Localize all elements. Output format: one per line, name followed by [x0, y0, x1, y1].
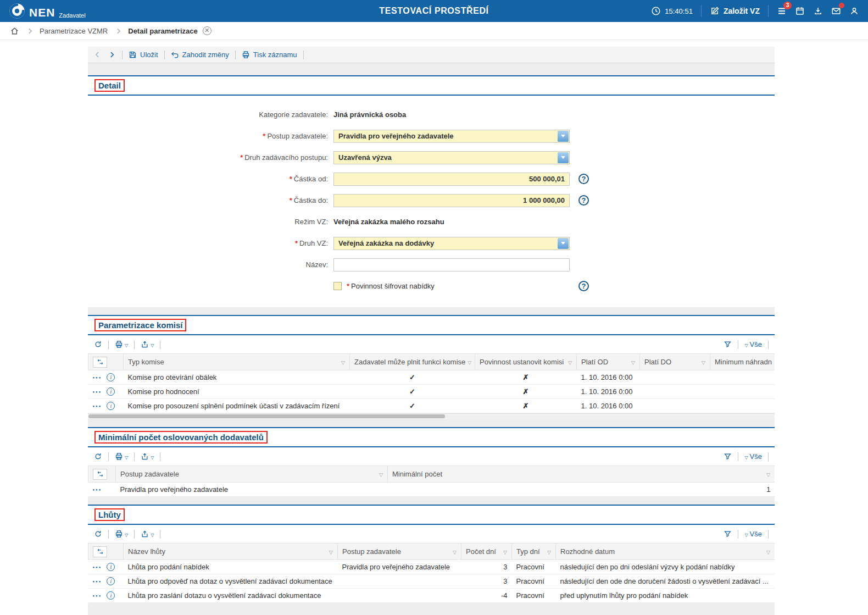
- dropdown-arrow-icon[interactable]: [558, 238, 569, 249]
- print-record-button[interactable]: Tisk záznamu: [242, 51, 297, 59]
- dropdown-arrow-icon: [125, 340, 128, 348]
- prev-record-button[interactable]: [93, 51, 102, 59]
- save-button[interactable]: Uložit: [129, 51, 158, 59]
- info-icon[interactable]: i: [107, 591, 115, 600]
- print-grid-button[interactable]: [115, 452, 128, 461]
- column-chooser-icon[interactable]: [93, 469, 107, 480]
- export-button[interactable]: [141, 340, 154, 348]
- nazev-input[interactable]: [333, 258, 570, 272]
- filter-triangle-icon[interactable]: [545, 547, 551, 556]
- info-icon[interactable]: i: [107, 373, 115, 381]
- castka-od-input[interactable]: 500 000,01: [333, 173, 570, 186]
- column-header[interactable]: Zadavatel může plnit funkci komise: [350, 354, 475, 370]
- print-grid-button[interactable]: [115, 340, 128, 348]
- filter-triangle-icon[interactable]: [764, 470, 770, 478]
- table-row[interactable]: ●●●i Lhůta pro podání nabídek Pravidla p…: [88, 560, 775, 574]
- druh-postupu-select[interactable]: Uzavřená výzva: [333, 151, 570, 164]
- create-vz-button[interactable]: Založit VZ: [710, 6, 760, 16]
- download-button[interactable]: [813, 6, 823, 16]
- show-all-button[interactable]: Vše: [744, 340, 762, 348]
- calendar-button[interactable]: [795, 6, 805, 16]
- print-grid-button[interactable]: [115, 530, 128, 538]
- dropdown-arrow-icon[interactable]: [558, 131, 569, 142]
- menu-button[interactable]: 3: [777, 6, 787, 16]
- show-all-label: Vše: [750, 530, 762, 538]
- filter-button[interactable]: [724, 452, 732, 461]
- table-row[interactable]: ●●●i Komise pro posouzení splnění podmín…: [88, 399, 775, 413]
- close-tab-icon[interactable]: ✕: [203, 26, 212, 35]
- row-actions-icon[interactable]: ●●●: [93, 566, 102, 569]
- info-icon[interactable]: i: [107, 387, 115, 396]
- brand[interactable]: NEN Zadavatel: [9, 3, 86, 19]
- encrypt-offers-checkbox[interactable]: [333, 282, 342, 290]
- column-header[interactable]: Platí DO: [640, 354, 710, 370]
- table-row[interactable]: ●●●i Lhůta pro odpověď na dotaz o vysvět…: [88, 574, 775, 589]
- breadcrumb-parent[interactable]: Parametrizace VZMR: [40, 27, 108, 35]
- column-header[interactable]: Platí OD: [577, 354, 640, 370]
- column-header[interactable]: Povinnost ustanovit komisi: [475, 354, 577, 370]
- filter-triangle-icon[interactable]: [450, 547, 457, 556]
- filter-triangle-icon[interactable]: [699, 358, 705, 366]
- check-icon: ✓: [350, 385, 475, 399]
- lhuta-name-cell: Lhůta pro podání nabídek: [124, 560, 338, 574]
- column-header[interactable]: Počet dní: [461, 544, 512, 560]
- minimum-cell: [710, 370, 775, 385]
- refresh-button[interactable]: [94, 452, 102, 461]
- column-header[interactable]: Minimum náhradn: [710, 354, 775, 370]
- messages-button[interactable]: [831, 6, 841, 16]
- column-header[interactable]: Rozhodné datum: [556, 544, 775, 560]
- filter-triangle-icon[interactable]: [377, 470, 383, 478]
- row-actions-icon[interactable]: ●●●: [93, 390, 102, 394]
- filter-triangle-icon[interactable]: [764, 547, 770, 556]
- help-icon[interactable]: ?: [578, 195, 589, 206]
- column-chooser-icon[interactable]: [93, 546, 107, 557]
- filter-triangle-icon[interactable]: [465, 358, 471, 366]
- info-icon[interactable]: i: [107, 577, 115, 585]
- help-icon[interactable]: ?: [578, 174, 589, 184]
- column-header[interactable]: Typ dní: [512, 544, 556, 560]
- export-button[interactable]: [141, 452, 154, 461]
- horizontal-scrollbar[interactable]: [88, 413, 775, 419]
- show-all-button[interactable]: Vše: [744, 452, 762, 461]
- show-all-button[interactable]: Vše: [744, 530, 762, 538]
- table-row[interactable]: ●●●i Komise pro otevírání obálek ✓ ✗ 1. …: [88, 370, 775, 385]
- row-actions-icon[interactable]: ●●●: [93, 376, 102, 379]
- table-row[interactable]: ●●●i Komise pro hodnocení ✓ ✗ 1. 10. 201…: [88, 385, 775, 399]
- castka-do-input[interactable]: 1 000 000,00: [333, 194, 570, 207]
- scrollbar-thumb[interactable]: [88, 414, 445, 418]
- column-chooser-icon[interactable]: [93, 357, 107, 368]
- column-header[interactable]: Postup zadavatele: [116, 466, 388, 483]
- home-button[interactable]: [10, 26, 19, 36]
- profile-button[interactable]: [849, 6, 859, 16]
- row-actions-icon[interactable]: ●●●: [93, 488, 102, 491]
- filter-button[interactable]: [724, 530, 732, 538]
- filter-triangle-icon[interactable]: [327, 547, 333, 556]
- filter-triangle-icon[interactable]: [339, 358, 345, 366]
- filter-triangle-icon[interactable]: [629, 358, 635, 366]
- druh-vz-select[interactable]: Veřejná zakázka na dodávky: [333, 237, 570, 250]
- column-header[interactable]: Minimální počet: [388, 466, 775, 483]
- row-actions-icon[interactable]: ●●●: [93, 594, 102, 597]
- row-actions-icon[interactable]: ●●●: [93, 405, 102, 408]
- next-record-button[interactable]: [108, 51, 116, 59]
- info-icon[interactable]: i: [107, 402, 115, 410]
- table-row[interactable]: ●●● Pravidla pro veřejného zadavatele 1: [88, 483, 775, 497]
- topbar-actions: 15:40:51 Založit VZ 3: [651, 5, 859, 17]
- export-button[interactable]: [141, 530, 154, 538]
- column-header[interactable]: Postup zadavatele: [338, 544, 461, 560]
- table-row[interactable]: ●●●i Lhůta pro zaslání dotazu o vysvětle…: [88, 589, 775, 603]
- filter-triangle-icon[interactable]: [566, 358, 572, 366]
- column-header[interactable]: Název lhůty: [124, 544, 338, 560]
- filter-button[interactable]: [724, 340, 732, 348]
- row-actions-icon[interactable]: ●●●: [93, 580, 102, 583]
- discard-changes-button[interactable]: Zahodit změny: [171, 51, 229, 59]
- refresh-button[interactable]: [94, 340, 102, 348]
- dropdown-arrow-icon[interactable]: [558, 152, 569, 163]
- section-lhuty: Lhůty Vše Název lhůty Postup zadava: [88, 505, 775, 603]
- column-header[interactable]: Typ komise: [124, 354, 350, 370]
- filter-triangle-icon[interactable]: [501, 547, 507, 556]
- refresh-button[interactable]: [94, 530, 102, 538]
- info-icon[interactable]: i: [107, 563, 115, 571]
- help-icon[interactable]: ?: [578, 281, 589, 291]
- postup-zadavatele-select[interactable]: Pravidla pro veřejného zadavatele: [333, 130, 570, 143]
